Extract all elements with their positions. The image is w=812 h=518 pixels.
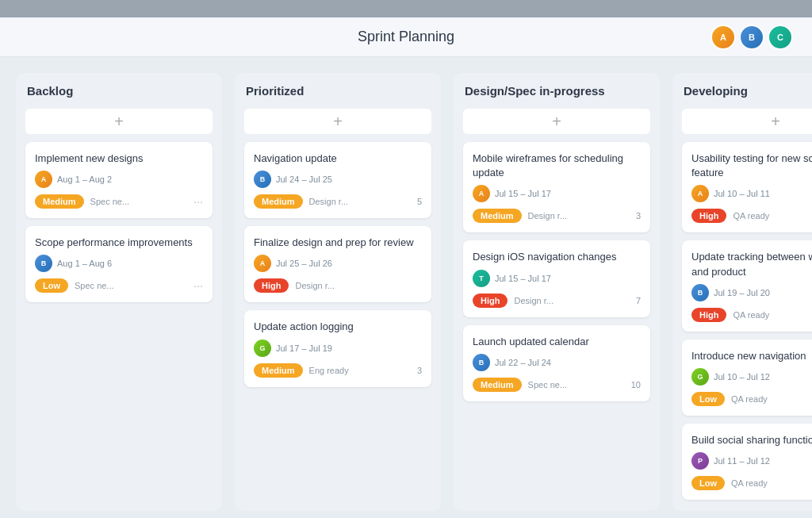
priority-badge: Medium bbox=[35, 194, 84, 209]
card-meta: BJul 24 – Jul 25 bbox=[254, 171, 422, 188]
page-title: Sprint Planning bbox=[358, 29, 454, 45]
card[interactable]: Implement new designsAAug 1 – Aug 2Mediu… bbox=[25, 142, 213, 218]
card-title: Update tracking between website and prod… bbox=[691, 250, 812, 278]
card-tag: Eng ready bbox=[309, 366, 349, 375]
card-meta: AJul 25 – Jul 26 bbox=[254, 255, 422, 272]
card[interactable]: Update action loggingGJul 17 – Jul 19Med… bbox=[244, 310, 431, 386]
card-footer: MediumEng ready3 bbox=[254, 363, 422, 378]
priority-badge: Low bbox=[35, 278, 68, 293]
card-date: Jul 10 – Jul 12 bbox=[714, 372, 770, 382]
card-tag: Design r... bbox=[309, 197, 349, 206]
board: Backlog+Implement new designsAAug 1 – Au… bbox=[0, 57, 812, 518]
card-tag: Spec ne... bbox=[75, 281, 114, 290]
column-title-prioritized: Prioritized bbox=[244, 84, 431, 98]
column-title-developing: Developing bbox=[682, 84, 812, 98]
priority-badge: Medium bbox=[473, 378, 522, 392]
card-footer: HighQA ready3 bbox=[691, 209, 812, 223]
card-tag: Spec ne... bbox=[528, 380, 568, 389]
column-design-spec: Design/Spec in-progress+Mobile wireframe… bbox=[454, 73, 660, 511]
card-title: Usability testing for new scheduling fea… bbox=[691, 152, 812, 180]
card[interactable]: Scope performance improvementsBAug 1 – A… bbox=[25, 226, 213, 302]
card-more-button[interactable]: ··· bbox=[193, 279, 203, 292]
card[interactable]: Introduce new navigationGJul 10 – Jul 12… bbox=[682, 340, 812, 416]
priority-badge: Low bbox=[691, 476, 725, 490]
card-meta: GJul 10 – Jul 12 bbox=[691, 368, 812, 386]
card[interactable]: Navigation updateBJul 24 – Jul 25MediumD… bbox=[244, 142, 431, 218]
card-title: Implement new designs bbox=[35, 152, 203, 166]
card-footer: LowQA ready4 bbox=[691, 392, 812, 406]
priority-badge: Medium bbox=[473, 209, 522, 223]
top-bar bbox=[0, 0, 812, 17]
card-date: Jul 24 – Jul 25 bbox=[276, 175, 332, 184]
priority-badge: High bbox=[254, 278, 289, 293]
card-avatar: A bbox=[254, 255, 271, 272]
card-footer: HighDesign r... bbox=[254, 278, 422, 293]
card-count: 5 bbox=[417, 197, 422, 206]
card-avatar: A bbox=[35, 171, 52, 188]
add-card-button-developing[interactable]: + bbox=[682, 109, 812, 134]
card-footer: MediumDesign r...3 bbox=[473, 209, 641, 223]
card-tag: QA ready bbox=[733, 211, 769, 221]
card-avatar: T bbox=[473, 270, 490, 287]
column-title-backlog: Backlog bbox=[25, 84, 213, 98]
card-footer: LowQA ready1 bbox=[691, 476, 812, 490]
column-title-design-spec: Design/Spec in-progress bbox=[463, 84, 650, 98]
priority-badge: Medium bbox=[254, 363, 303, 378]
card-meta: AJul 10 – Jul 11 bbox=[691, 185, 812, 202]
card-count: 7 bbox=[636, 296, 641, 305]
priority-badge: High bbox=[691, 209, 726, 223]
card-date: Jul 19 – Jul 20 bbox=[714, 288, 770, 297]
card-count: 3 bbox=[636, 211, 641, 221]
card-tag: QA ready bbox=[731, 394, 768, 404]
priority-badge: Low bbox=[691, 392, 725, 406]
card-avatar: G bbox=[691, 368, 709, 386]
card-meta: TJul 15 – Jul 17 bbox=[473, 270, 641, 287]
header-avatars: A B C bbox=[710, 25, 793, 50]
card-avatar: A bbox=[691, 185, 709, 202]
card-tag: QA ready bbox=[731, 478, 768, 488]
card-more-button[interactable]: ··· bbox=[193, 195, 203, 208]
column-prioritized: Prioritized+Navigation updateBJul 24 – J… bbox=[235, 73, 441, 511]
column-backlog: Backlog+Implement new designsAAug 1 – Au… bbox=[16, 73, 222, 511]
card-avatar: B bbox=[254, 171, 271, 188]
card-tag: Design r... bbox=[295, 281, 335, 290]
priority-badge: High bbox=[691, 308, 726, 322]
card[interactable]: Build social sharing functionalityPJul 1… bbox=[682, 424, 812, 500]
add-card-button-prioritized[interactable]: + bbox=[244, 109, 431, 134]
card-title: Scope performance improvements bbox=[35, 236, 203, 250]
card[interactable]: Mobile wireframes for scheduling updateA… bbox=[463, 142, 650, 232]
card-avatar: B bbox=[473, 354, 490, 371]
column-developing: Developing+Usability testing for new sch… bbox=[672, 73, 812, 511]
card-meta: GJul 17 – Jul 19 bbox=[254, 340, 422, 357]
card-date: Jul 11 – Jul 12 bbox=[714, 456, 770, 466]
card-title: Navigation update bbox=[254, 152, 422, 166]
card-meta: AJul 15 – Jul 17 bbox=[473, 185, 641, 202]
header: Sprint Planning A B C bbox=[0, 17, 812, 57]
card-tag: Design r... bbox=[514, 296, 553, 305]
card-title: Introduce new navigation bbox=[691, 349, 812, 363]
card-title: Design iOS navigation changes bbox=[473, 250, 641, 264]
card-date: Jul 22 – Jul 24 bbox=[495, 358, 551, 367]
card-tag: Design r... bbox=[528, 211, 568, 221]
card-title: Mobile wireframes for scheduling update bbox=[473, 152, 641, 180]
card-date: Jul 25 – Jul 26 bbox=[276, 259, 332, 268]
card-avatar: G bbox=[254, 340, 271, 357]
avatar-3[interactable]: C bbox=[768, 25, 793, 50]
avatar-2[interactable]: B bbox=[739, 25, 764, 50]
card[interactable]: Usability testing for new scheduling fea… bbox=[682, 142, 812, 232]
card[interactable]: Launch updated calendarBJul 22 – Jul 24M… bbox=[463, 325, 650, 401]
card-footer: MediumSpec ne...··· bbox=[35, 194, 203, 209]
card[interactable]: Update tracking between website and prod… bbox=[682, 240, 812, 331]
card-meta: BJul 22 – Jul 24 bbox=[473, 354, 641, 371]
add-card-button-backlog[interactable]: + bbox=[25, 109, 213, 134]
card[interactable]: Finalize design and prep for reviewAJul … bbox=[244, 226, 431, 302]
card-count: 3 bbox=[417, 366, 422, 375]
avatar-1[interactable]: A bbox=[710, 25, 736, 50]
add-card-button-design-spec[interactable]: + bbox=[463, 109, 650, 134]
card-meta: PJul 11 – Jul 12 bbox=[691, 452, 812, 470]
card-date: Aug 1 – Aug 2 bbox=[57, 175, 112, 184]
card[interactable]: Design iOS navigation changesTJul 15 – J… bbox=[463, 240, 650, 317]
card-date: Jul 15 – Jul 17 bbox=[495, 274, 551, 283]
card-title: Launch updated calendar bbox=[473, 335, 641, 349]
card-avatar: B bbox=[691, 284, 709, 301]
